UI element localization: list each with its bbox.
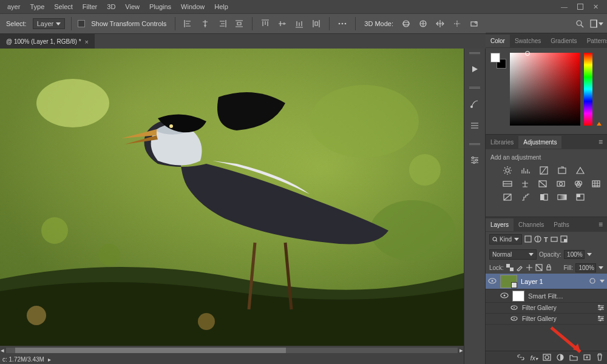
tab-paths[interactable]: Paths	[549, 218, 574, 231]
curves-icon[interactable]	[538, 166, 550, 175]
menu-plugins[interactable]: Plugins	[144, 0, 176, 13]
adjustment-layer-icon[interactable]	[556, 353, 565, 363]
filter-gallery-row-2[interactable]: Filter Gallery	[486, 314, 607, 325]
vibrance-icon[interactable]	[574, 166, 586, 175]
photo-filter-icon[interactable]	[555, 179, 566, 189]
align-left-icon[interactable]	[181, 17, 195, 30]
3d-slide-icon[interactable]	[450, 17, 464, 30]
link-layers-icon[interactable]	[517, 354, 525, 362]
align-right-icon[interactable]	[215, 17, 229, 30]
filter-type-icon[interactable]: T	[544, 236, 548, 243]
bw-icon[interactable]	[537, 179, 549, 189]
3d-pan-icon[interactable]	[433, 17, 447, 30]
layer-mask-icon[interactable]	[543, 354, 551, 362]
align-center-h-icon[interactable]	[198, 17, 212, 30]
tab-swatches[interactable]: Swatches	[510, 35, 546, 47]
filter-blending-icon[interactable]	[597, 315, 605, 323]
invert-icon[interactable]	[501, 192, 514, 202]
auto-select-dropdown[interactable]: Layer	[33, 18, 66, 29]
lock-transparency-icon[interactable]	[506, 264, 514, 272]
align-center-v-icon[interactable]	[276, 17, 289, 30]
smart-filters-row[interactable]: Smart Filt…	[486, 289, 607, 303]
filter-gallery-row-1[interactable]: Filter Gallery	[486, 303, 607, 314]
fill-field[interactable]: 100%	[575, 263, 596, 272]
filter-adjust-icon[interactable]	[534, 235, 541, 244]
group-icon[interactable]	[569, 354, 578, 362]
tab-libraries[interactable]: Libraries	[486, 136, 518, 149]
3d-scale-icon[interactable]	[467, 17, 481, 30]
blend-mode-dropdown[interactable]: Normal	[489, 249, 537, 260]
window-minimize-icon[interactable]: —	[561, 3, 568, 10]
align-top-icon[interactable]	[259, 17, 272, 30]
visibility-icon[interactable]	[500, 292, 509, 300]
panel-menu-icon[interactable]: ≡	[595, 220, 607, 229]
tab-color[interactable]: Color	[486, 35, 510, 47]
lock-all-icon[interactable]	[545, 264, 552, 272]
new-layer-icon[interactable]	[583, 354, 591, 362]
smart-object-link-icon[interactable]	[589, 278, 596, 285]
distribute-h-icon[interactable]	[232, 17, 246, 30]
horizontal-scrollbar[interactable]: ◂ ▸	[0, 346, 464, 355]
layer-filter-dropdown[interactable]: Kind	[489, 234, 522, 244]
levels-icon[interactable]	[520, 166, 532, 175]
color-balance-icon[interactable]	[519, 179, 531, 189]
selective-color-icon[interactable]	[574, 192, 586, 202]
menu-help[interactable]: Help	[209, 0, 233, 13]
tab-layers[interactable]: Layers	[486, 218, 514, 231]
document-canvas[interactable]: ◂ ▸ c: 1.72M/3.43M ▸	[0, 49, 464, 364]
color-lookup-icon[interactable]	[591, 179, 602, 189]
channel-mixer-icon[interactable]	[572, 179, 584, 189]
workspace-switcher-icon[interactable]	[590, 17, 603, 30]
opacity-field[interactable]: 100%	[564, 250, 585, 259]
panel-menu-icon[interactable]: ≡	[595, 138, 607, 146]
chevron-down-icon[interactable]	[600, 280, 605, 283]
menu-3d[interactable]: 3D	[102, 0, 120, 13]
menu-type[interactable]: Type	[25, 0, 49, 13]
lock-artboard-icon[interactable]	[535, 264, 543, 272]
3d-orbit-icon[interactable]	[399, 17, 413, 30]
layer-style-icon[interactable]: fx▾	[530, 354, 538, 362]
layer-row-layer1[interactable]: Layer 1	[486, 274, 607, 289]
tab-gradients[interactable]: Gradients	[546, 35, 582, 47]
document-tab[interactable]: @ 100% (Layer 1, RGB/8) * ×	[0, 34, 95, 49]
brush-panel-icon[interactable]	[466, 96, 483, 112]
filter-smart-icon[interactable]	[560, 235, 568, 244]
tab-adjustments[interactable]: Adjustments	[518, 136, 561, 149]
lock-paint-icon[interactable]	[516, 264, 523, 272]
exposure-icon[interactable]	[556, 166, 568, 175]
visibility-icon[interactable]	[510, 315, 518, 322]
menu-select[interactable]: Select	[49, 0, 78, 13]
layer-name[interactable]: Layer 1	[521, 278, 543, 285]
gradient-map-icon[interactable]	[556, 192, 568, 202]
menu-layer[interactable]: ayer	[2, 0, 25, 13]
color-picker-field[interactable]	[510, 53, 580, 126]
align-bottom-icon[interactable]	[293, 17, 306, 30]
window-maximize-icon[interactable]	[577, 4, 583, 10]
filter-blending-icon[interactable]	[597, 305, 605, 312]
threshold-icon[interactable]	[538, 192, 550, 202]
hue-icon[interactable]	[501, 179, 513, 189]
tab-patterns[interactable]: Patterns	[582, 35, 607, 47]
delete-layer-icon[interactable]	[596, 353, 603, 363]
document-tab-close-icon[interactable]: ×	[85, 38, 89, 46]
menu-window[interactable]: Window	[176, 0, 209, 13]
search-icon[interactable]	[573, 17, 586, 30]
play-icon[interactable]	[466, 61, 483, 77]
menu-view[interactable]: View	[120, 0, 144, 13]
visibility-icon[interactable]	[488, 278, 497, 285]
posterize-icon[interactable]	[520, 192, 532, 202]
hue-slider[interactable]	[584, 53, 592, 126]
brightness-icon[interactable]	[501, 166, 514, 175]
show-transform-checkbox[interactable]	[78, 20, 85, 27]
history-panel-icon[interactable]	[466, 118, 483, 133]
menu-filter[interactable]: Filter	[78, 0, 102, 13]
lock-position-icon[interactable]	[526, 264, 533, 272]
visibility-icon[interactable]	[510, 305, 518, 311]
filter-shape-icon[interactable]	[551, 235, 558, 244]
3d-roll-icon[interactable]	[416, 17, 430, 30]
window-close-icon[interactable]: ✕	[593, 3, 599, 11]
distribute-v-icon[interactable]	[310, 17, 323, 30]
more-align-icon[interactable]	[336, 17, 349, 30]
filter-pixel-icon[interactable]	[524, 235, 532, 244]
tab-channels[interactable]: Channels	[514, 218, 549, 231]
